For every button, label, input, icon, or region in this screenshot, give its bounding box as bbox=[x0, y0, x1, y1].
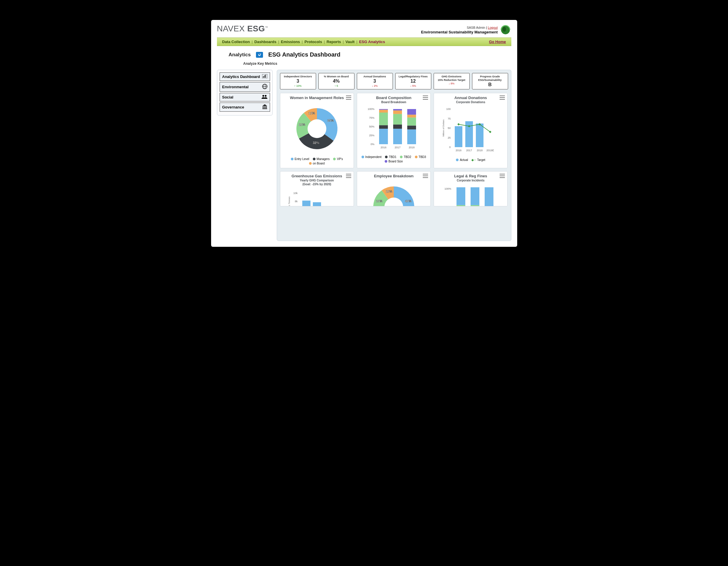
svg-text:40%: 40% bbox=[405, 199, 411, 203]
svg-rect-4 bbox=[264, 75, 265, 78]
svg-rect-38 bbox=[407, 130, 416, 144]
card-women-mgmt: Women in Management Roles 35%32%22%11% E… bbox=[280, 93, 354, 168]
card-legal-fines: Legal & Reg Fines Corporate Incidents 10… bbox=[434, 171, 508, 206]
svg-text:2016: 2016 bbox=[456, 149, 461, 152]
nav-item-dashboards[interactable]: Dashboards bbox=[254, 40, 276, 44]
svg-rect-36 bbox=[393, 109, 402, 111]
legend-board: IndependentTBD1TBD2TBD3Board Size bbox=[360, 154, 427, 164]
nav-item-protocols[interactable]: Protocols bbox=[304, 40, 322, 44]
card-employee-breakdown: Employee Breakdown 40%30%20%10% bbox=[357, 171, 431, 206]
bar-line-donations: 0255075100Million of Dollars201620172018… bbox=[441, 106, 500, 156]
svg-text:2016: 2016 bbox=[381, 146, 386, 149]
kpi-row: Independent Directors3↑ 10%% Women on Bo… bbox=[280, 73, 508, 89]
kpi--women-on-board: % Women on Board4%↑ 5 bbox=[318, 73, 354, 89]
legend-women-mgmt: Entry LevelManagersVP'son Board bbox=[283, 156, 351, 166]
svg-rect-35 bbox=[393, 111, 402, 114]
card-title: Annual Donations bbox=[437, 96, 504, 100]
go-home-link[interactable]: Go Home bbox=[489, 40, 506, 44]
card-menu-icon[interactable] bbox=[346, 96, 351, 100]
navbar: Data Collection|Dashboards|Emissions|Pro… bbox=[217, 38, 511, 46]
workspace: Analytics DashboardEnvironmentalSocialGo… bbox=[211, 70, 517, 247]
svg-text:2019E: 2019E bbox=[486, 149, 494, 152]
donut-employee: 40%30%20%10% bbox=[367, 181, 420, 206]
svg-text:10%: 10% bbox=[386, 190, 392, 193]
title-bar: Analytics ESG Analytics Dashboard bbox=[211, 46, 517, 60]
card-annual-donations: Annual Donations Corporate Donations 025… bbox=[434, 93, 508, 168]
svg-text:25%: 25% bbox=[369, 134, 374, 137]
sidebar-item-governance[interactable]: Governance bbox=[220, 103, 270, 112]
svg-text:20%: 20% bbox=[376, 199, 382, 203]
refresh-button[interactable] bbox=[256, 52, 263, 58]
device-frame: NAVEX ESG™ SASB Admin | Logout Environme… bbox=[203, 12, 525, 255]
svg-rect-28 bbox=[379, 113, 388, 125]
card-title: Board Composition bbox=[360, 96, 427, 100]
dashboard: Independent Directors3↑ 10%% Women on Bo… bbox=[277, 70, 511, 241]
svg-text:100%: 100% bbox=[444, 187, 451, 190]
people-icon bbox=[262, 95, 267, 100]
card-title: Women in Management Roles bbox=[283, 96, 351, 100]
user-label: SASB Admin bbox=[467, 26, 485, 29]
svg-text:0%: 0% bbox=[371, 143, 374, 146]
svg-rect-5 bbox=[265, 75, 266, 78]
globe-earth-icon bbox=[500, 24, 511, 36]
card-menu-icon[interactable] bbox=[346, 174, 351, 178]
chart-icon bbox=[262, 74, 267, 79]
svg-text:35%: 35% bbox=[327, 119, 334, 122]
nav-item-vault[interactable]: Vault bbox=[345, 40, 354, 44]
screen: NAVEX ESG™ SASB Admin | Logout Environme… bbox=[211, 20, 517, 247]
logout-link[interactable]: Logout bbox=[488, 26, 498, 29]
svg-rect-80 bbox=[485, 206, 493, 206]
svg-rect-11 bbox=[263, 106, 263, 108]
brand-logo: NAVEX ESG™ bbox=[217, 24, 268, 33]
svg-rect-3 bbox=[263, 76, 264, 78]
legend-donations: Actual◆─Target bbox=[437, 157, 504, 163]
svg-rect-29 bbox=[379, 110, 388, 113]
card-menu-icon[interactable] bbox=[500, 96, 505, 100]
nav-links: Data Collection|Dashboards|Emissions|Pro… bbox=[222, 40, 385, 44]
kpi-annual-donations: Annual Donations3↓ 2% bbox=[357, 73, 393, 89]
svg-rect-33 bbox=[393, 125, 402, 129]
nav-item-emissions[interactable]: Emissions bbox=[281, 40, 300, 44]
card-title: Greenhouse Gas Emissions bbox=[283, 174, 351, 178]
chart-grid: Women in Management Roles 35%32%22%11% E… bbox=[280, 93, 508, 206]
svg-text:22%: 22% bbox=[299, 123, 305, 126]
nav-item-reports[interactable]: Reports bbox=[327, 40, 341, 44]
globe-icon bbox=[262, 84, 267, 90]
card-menu-icon[interactable] bbox=[500, 174, 505, 178]
svg-rect-42 bbox=[407, 109, 416, 115]
card-menu-icon[interactable] bbox=[423, 96, 428, 100]
svg-rect-15 bbox=[262, 108, 267, 109]
donut-chart-women-mgmt: 35%32%22%11% bbox=[291, 102, 343, 155]
brand-tm: ™ bbox=[265, 26, 268, 29]
svg-text:2017: 2017 bbox=[466, 149, 472, 152]
svg-point-10 bbox=[265, 95, 267, 97]
page-title: ESG Analytics Dashboard bbox=[268, 51, 340, 58]
card-board-composition: Board Composition Board Breakdown 0%25%5… bbox=[357, 93, 431, 168]
svg-text:0: 0 bbox=[449, 146, 451, 149]
svg-rect-27 bbox=[379, 125, 388, 129]
svg-rect-32 bbox=[393, 129, 402, 144]
nav-item-esg-analytics[interactable]: ESG Analytics bbox=[359, 40, 385, 44]
bank-icon bbox=[262, 104, 267, 110]
svg-text:100%: 100% bbox=[368, 108, 374, 111]
svg-point-1 bbox=[503, 27, 506, 32]
sidebar-item-social[interactable]: Social bbox=[220, 93, 270, 101]
svg-text:etric Tonnes: etric Tonnes bbox=[288, 197, 291, 207]
sidebar-item-analytics-dashboard[interactable]: Analytics Dashboard bbox=[220, 72, 270, 81]
stacked-bar-board: 0%25%50%75%100%201620172018 bbox=[364, 106, 423, 153]
nav-item-data-collection[interactable]: Data Collection bbox=[222, 40, 250, 44]
page-section: Analytics bbox=[229, 52, 251, 58]
svg-rect-12 bbox=[264, 106, 264, 108]
svg-rect-40 bbox=[407, 118, 416, 126]
svg-point-9 bbox=[262, 95, 264, 97]
svg-rect-61 bbox=[313, 202, 321, 206]
header-subtitle: Environmental Sustainability Management bbox=[421, 30, 498, 34]
card-subtitle2: (Goal: -15% by 2020) bbox=[283, 183, 351, 186]
svg-rect-26 bbox=[379, 129, 388, 144]
card-ghg-emissions: Greenhouse Gas Emissions Yearly GHG Comp… bbox=[280, 171, 354, 206]
card-menu-icon[interactable] bbox=[423, 174, 428, 178]
svg-rect-76 bbox=[471, 205, 479, 206]
card-subtitle: Yearly GHG Comparison bbox=[283, 179, 351, 182]
svg-text:50%: 50% bbox=[369, 125, 374, 128]
sidebar-item-environmental[interactable]: Environmental bbox=[220, 82, 270, 92]
